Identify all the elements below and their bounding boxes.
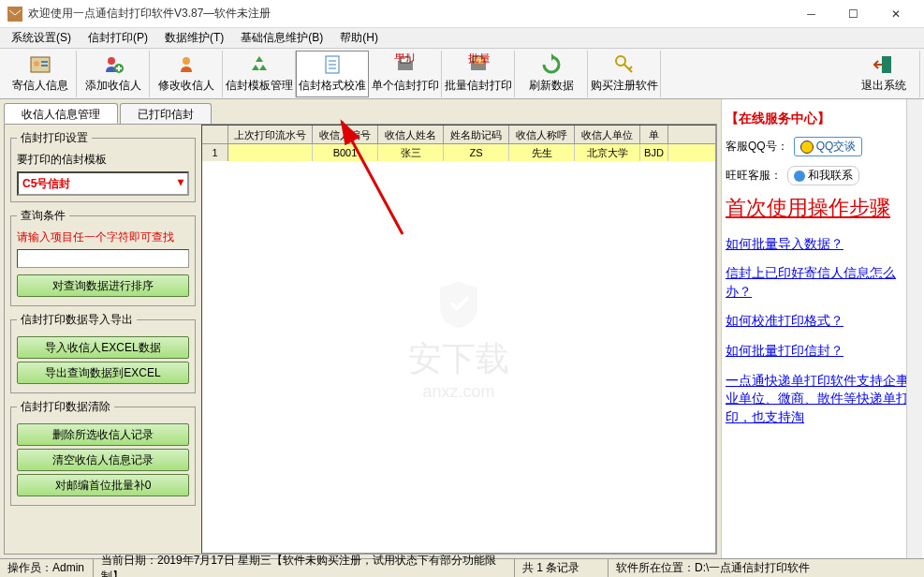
search-input[interactable] (17, 249, 189, 268)
watermark: 安下载 anxz.com (408, 277, 509, 402)
refresh-icon (540, 53, 563, 76)
faq-import[interactable]: 如何批量导入数据？ (726, 235, 918, 254)
main-area: 收信人信息管理 已打印信封 信封打印设置 要打印的信封模板 C5号信封 ▾ 查询… (0, 99, 924, 558)
statusbar: 操作员：Admin 当前日期：2019年7月17日 星期三【软件未购买注册，试用… (0, 558, 924, 577)
col-serial[interactable]: 上次打印流水号 (228, 126, 313, 143)
tab-printed[interactable]: 已打印信封 (120, 103, 212, 124)
query-hint: 请输入项目任一个字符即可查找 (17, 229, 189, 245)
svg-rect-3 (41, 61, 48, 63)
menu-data[interactable]: 数据维护(T) (157, 28, 231, 48)
legend-print-settings: 信封打印设置 (17, 130, 92, 146)
wangwang-row: 旺旺客服： 和我联系 (726, 166, 918, 185)
chevron-down-icon: ▾ (178, 175, 183, 188)
fieldset-clear: 信封打印数据清除 删除所选收信人记录 清空收信人信息记录 对邮编首位批量补0 (10, 399, 196, 506)
qq-row: 客服QQ号： QQ交谈 (726, 137, 918, 156)
pad-zip-button[interactable]: 对邮编首位批量补0 (17, 474, 189, 496)
legend-io: 信封打印数据导入导出 (17, 312, 137, 328)
status-location: 软件所在位置：D:\一点通信封打印软件 (609, 559, 924, 577)
edit-person-icon (175, 53, 198, 76)
tab-recipients[interactable]: 收信人信息管理 (4, 103, 118, 124)
col-mnemonic[interactable]: 姓名助记码 (444, 126, 509, 143)
col-id[interactable]: 收信人编号 (313, 126, 378, 143)
recycle-icon (248, 53, 271, 76)
svg-point-5 (108, 57, 115, 65)
svg-text:单打: 单打 (394, 53, 417, 63)
legend-clear: 信封打印数据清除 (17, 399, 114, 415)
svg-point-7 (183, 57, 190, 65)
fieldset-io: 信封打印数据导入导出 导入收信人EXCEL数据 导出查询数据到EXCEL (10, 312, 196, 393)
tb-buy-register[interactable]: 购买注册软件 (588, 51, 661, 97)
maximize-button[interactable]: ☐ (832, 1, 874, 27)
row-number: 1 (202, 144, 228, 161)
data-grid[interactable]: 上次打印流水号 收信人编号 收信人姓名 姓名助记码 收信人称呼 收信人单位 单 … (201, 125, 716, 554)
fieldset-query: 查询条件 请输入项目任一个字符即可查找 对查询数据进行排序 (10, 208, 196, 306)
faq-batch-print[interactable]: 如何批量打印信封？ (726, 342, 918, 361)
close-button[interactable]: ✕ (874, 1, 917, 27)
person-card-icon (29, 53, 51, 76)
qq-chat-button[interactable]: QQ交谈 (794, 137, 863, 156)
fieldset-print-settings: 信封打印设置 要打印的信封模板 C5号信封 ▾ (10, 130, 196, 202)
status-date: 当前日期：2019年7月17日 星期三【软件未购买注册，试用状态下有部分功能限制… (94, 559, 515, 577)
tb-template-manage[interactable]: 信封模板管理 (223, 51, 296, 97)
qq-label: 客服QQ号： (726, 139, 788, 155)
svg-rect-4 (41, 65, 48, 67)
faq-preprinted[interactable]: 信封上已印好寄信人信息怎么办？ (726, 264, 918, 301)
svg-rect-0 (7, 7, 22, 22)
tb-refresh[interactable]: 刷新数据 (515, 51, 588, 97)
tb-sender-info[interactable]: 寄信人信息 (4, 51, 77, 97)
table-row[interactable]: 1 B001 张三 ZS 先生 北京大学 BJD (202, 144, 715, 161)
status-operator: 操作员：Admin (0, 559, 94, 577)
batch-print-icon: 批量 (467, 53, 490, 76)
toolbar: 寄信人信息 添加收信人 修改收信人 信封模板管理 信封格式校准 单打单个信封打印… (0, 49, 924, 99)
svg-rect-20 (882, 56, 891, 73)
tb-single-print[interactable]: 单打单个信封打印 (369, 51, 442, 97)
shield-icon (431, 277, 487, 333)
delete-selected-button[interactable]: 删除所选收信人记录 (17, 423, 189, 446)
exit-icon (873, 53, 895, 76)
col-name[interactable]: 收信人姓名 (378, 126, 444, 143)
template-label: 要打印的信封模板 (17, 152, 189, 168)
key-icon (613, 53, 636, 76)
wangwang-icon (794, 170, 805, 182)
add-person-icon (102, 53, 125, 76)
scrollbar[interactable] (906, 99, 922, 558)
faq-calibrate[interactable]: 如何校准打印格式？ (726, 312, 918, 331)
minimize-button[interactable]: ─ (790, 1, 832, 27)
col-extra[interactable]: 单 (640, 126, 668, 143)
import-excel-button[interactable]: 导入收信人EXCEL数据 (17, 336, 189, 359)
tb-batch-print[interactable]: 批量批量信封打印 (442, 51, 515, 97)
status-count: 共 1 条记录 (515, 559, 609, 577)
template-select[interactable]: C5号信封 ▾ (17, 171, 189, 196)
menu-help[interactable]: 帮助(H) (332, 28, 386, 48)
grid-header: 上次打印流水号 收信人编号 收信人姓名 姓名助记码 收信人称呼 收信人单位 单 (202, 126, 715, 144)
sidebar: 信封打印设置 要打印的信封模板 C5号信封 ▾ 查询条件 请输入项目任一个字符即… (5, 125, 201, 554)
menu-base[interactable]: 基础信息维护(B) (233, 28, 330, 48)
col-unit[interactable]: 收信人单位 (575, 126, 640, 143)
service-panel: 【在线服务中心】 客服QQ号： QQ交谈 旺旺客服： 和我联系 首次使用操作步骤… (721, 99, 922, 558)
window-title: 欢迎使用一点通信封打印软件V3.87—软件未注册 (28, 6, 790, 22)
tab-content: 信封打印设置 要打印的信封模板 C5号信封 ▾ 查询条件 请输入项目任一个字符即… (4, 124, 717, 555)
menu-print[interactable]: 信封打印(P) (81, 28, 155, 48)
first-use-link[interactable]: 首次使用操作步骤 (726, 195, 918, 222)
svg-text:批量: 批量 (468, 53, 490, 65)
wangwang-chat-button[interactable]: 和我联系 (787, 166, 859, 185)
col-title[interactable]: 收信人称呼 (509, 126, 575, 143)
legend-query: 查询条件 (17, 208, 69, 224)
document-lines-icon (321, 53, 344, 76)
menu-system[interactable]: 系统设置(S) (4, 28, 79, 48)
menubar: 系统设置(S) 信封打印(P) 数据维护(T) 基础信息维护(B) 帮助(H) (0, 28, 924, 49)
promo-express[interactable]: 一点通快递单打印软件支持企事业单位、微商、散件等快递单打印，也支持淘 (726, 372, 918, 427)
export-excel-button[interactable]: 导出查询数据到EXCEL (17, 362, 189, 384)
row-header-blank (202, 126, 228, 143)
tb-add-recipient[interactable]: 添加收信人 (77, 51, 150, 97)
clear-all-button[interactable]: 清空收信人信息记录 (17, 449, 189, 471)
qq-icon (800, 141, 814, 154)
service-title: 【在线服务中心】 (726, 111, 918, 127)
tb-exit[interactable]: 退出系统 (847, 51, 920, 97)
tb-edit-recipient[interactable]: 修改收信人 (150, 51, 223, 97)
tabs: 收信人信息管理 已打印信封 (4, 103, 717, 124)
sort-button[interactable]: 对查询数据进行排序 (17, 274, 189, 297)
ww-label: 旺旺客服： (726, 168, 782, 184)
svg-point-2 (34, 61, 39, 67)
tb-format-calibrate[interactable]: 信封格式校准 (296, 51, 369, 97)
